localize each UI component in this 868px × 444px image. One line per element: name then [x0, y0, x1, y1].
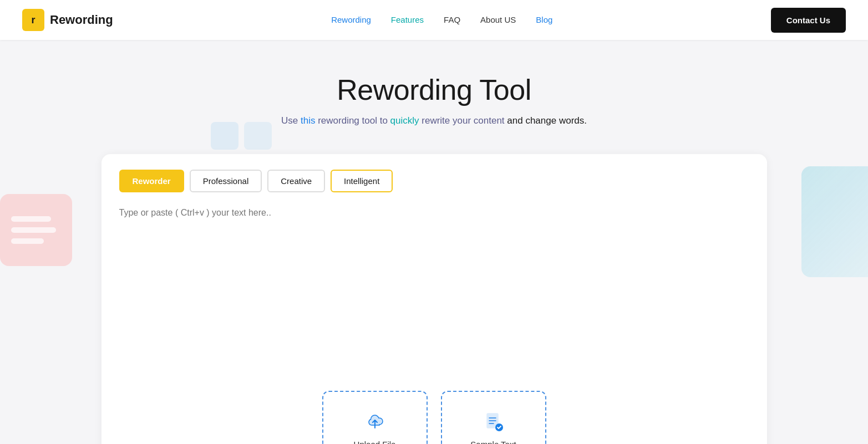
sample-text-label: Sample Text — [470, 440, 516, 445]
navbar: r Rewording Rewording Features FAQ About… — [0, 0, 868, 40]
nav-rewording-link[interactable]: Rewording — [331, 15, 371, 24]
hero-section: Rewording Tool Use this rewording tool t… — [0, 40, 868, 143]
hero-subtitle: Use this rewording tool to quickly rewri… — [11, 115, 857, 126]
logo-icon: r — [22, 9, 44, 31]
decorative-square-1 — [211, 122, 238, 150]
contact-button[interactable]: Contact Us — [771, 8, 846, 33]
decorative-right — [801, 166, 868, 277]
decorative-left — [0, 194, 72, 266]
tab-creative[interactable]: Creative — [267, 170, 325, 192]
nav-links: Rewording Features FAQ About US Blog — [331, 15, 552, 25]
tab-professional[interactable]: Professional — [190, 170, 262, 192]
tab-reworder[interactable]: Reworder — [119, 170, 184, 192]
nav-features-link[interactable]: Features — [391, 15, 424, 24]
nav-about-link[interactable]: About US — [480, 15, 516, 24]
decorative-square-2 — [244, 122, 272, 150]
logo-area: r Rewording — [22, 9, 113, 31]
nav-blog-link[interactable]: Blog — [536, 15, 552, 24]
brand-name: Rewording — [50, 13, 113, 27]
tool-card: Reworder Professional Creative Intellige… — [101, 154, 767, 444]
upload-icon — [364, 411, 386, 433]
nav-faq-link[interactable]: FAQ — [444, 15, 460, 24]
tabs-row: Reworder Professional Creative Intellige… — [119, 170, 749, 192]
hero-title: Rewording Tool — [11, 73, 857, 106]
sample-text-icon — [483, 411, 505, 433]
action-buttons: Upload File Sample Text — [119, 391, 749, 444]
tab-intelligent[interactable]: Intelligent — [331, 170, 393, 192]
upload-file-button[interactable]: Upload File — [322, 391, 428, 444]
upload-file-label: Upload File — [354, 440, 396, 445]
sample-text-button[interactable]: Sample Text — [441, 391, 546, 444]
text-input[interactable] — [119, 206, 749, 372]
